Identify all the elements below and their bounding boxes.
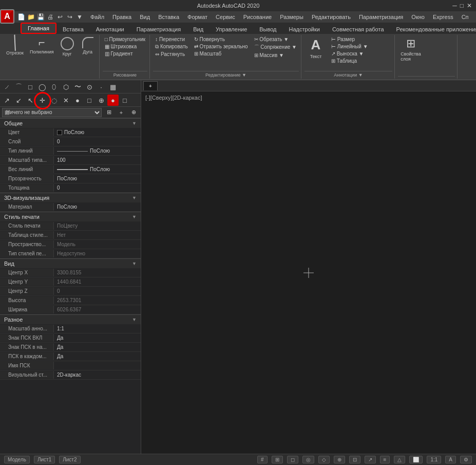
draw-tool-r9[interactable]: ● bbox=[107, 95, 119, 106]
prop-value-transparency[interactable]: ПоСлою bbox=[54, 175, 141, 182]
tab-annotations[interactable]: Аннотации bbox=[90, 25, 130, 34]
status-lweight[interactable]: ≡ bbox=[380, 456, 390, 463]
draw-tool-r1[interactable]: ↗ bbox=[1, 95, 12, 106]
draw-tool-r11[interactable]: ▤ bbox=[1, 106, 12, 118]
ribbon-btn-scale[interactable]: ⊞ Масштаб bbox=[192, 50, 250, 57]
status-dynin[interactable]: ↗ bbox=[365, 456, 376, 463]
draw-tool-3[interactable]: □ bbox=[25, 81, 36, 92]
draw-tool-r3[interactable]: ↖ bbox=[25, 95, 36, 106]
qa-redo[interactable]: ↪ bbox=[65, 12, 74, 22]
tab-collab[interactable]: Совместная работа bbox=[326, 25, 390, 34]
draw-tool-4[interactable]: ◯ bbox=[36, 81, 48, 92]
tab-manage[interactable]: Управление bbox=[210, 25, 253, 34]
status-ws[interactable]: ⚙ bbox=[460, 456, 472, 463]
qa-dropdown[interactable]: ▼ bbox=[75, 12, 84, 22]
ribbon-btn-rotate[interactable]: ↻ Повернуть bbox=[192, 36, 250, 43]
status-layout2[interactable]: Лист2 bbox=[59, 456, 80, 463]
tab-parametrize[interactable]: Параметризация bbox=[130, 25, 187, 34]
draw-tool-1[interactable]: ⟋ bbox=[1, 81, 12, 92]
app-button[interactable]: A bbox=[0, 9, 14, 24]
prop-value-ucsiconorigin[interactable]: Да bbox=[54, 343, 141, 351]
qa-new[interactable]: 📄 bbox=[16, 12, 26, 22]
prop-value-ucsname[interactable] bbox=[54, 365, 141, 367]
ribbon-btn-arc[interactable]: Дуга bbox=[79, 36, 97, 55]
status-layout1[interactable]: Лист1 bbox=[34, 456, 55, 463]
ribbon-btn-move[interactable]: ↕ Перенести bbox=[153, 36, 190, 43]
tab-insert[interactable]: Вставка bbox=[56, 25, 90, 34]
prop-value-linetype[interactable]: ПоСлою bbox=[54, 147, 141, 155]
ribbon-btn-leader[interactable]: ↗ Выноска ▼ bbox=[329, 50, 370, 57]
prop-value-annoscale[interactable]: 1:1 bbox=[54, 325, 141, 332]
menu-more[interactable]: Сп bbox=[458, 13, 473, 21]
ribbon-btn-gradient[interactable]: ▥ Градиент bbox=[103, 50, 135, 57]
status-polar[interactable]: ◎ bbox=[302, 456, 314, 463]
ribbon-btn-array[interactable]: ⊞ Массив ▼ bbox=[252, 52, 299, 59]
prop-btn-3[interactable]: ⊕ bbox=[128, 108, 139, 117]
ribbon-btn-rect[interactable]: □ Прямоугольник bbox=[103, 36, 148, 43]
status-snap[interactable]: # bbox=[257, 456, 268, 463]
draw-tool-r8[interactable]: ⊕ bbox=[96, 95, 107, 106]
section-3d-header[interactable]: 3D-визуализация ▼ bbox=[0, 193, 141, 202]
ribbon-btn-fillet[interactable]: ⌒ Сопряжение ▼ bbox=[252, 43, 299, 51]
viewport[interactable]: + [-][Сверху][2D-каркас] bbox=[141, 80, 476, 454]
draw-tool-move[interactable]: ✛ bbox=[36, 95, 48, 106]
section-print-header[interactable]: Стиль печати ▼ bbox=[0, 212, 141, 221]
prop-value-lineweight[interactable]: ПоСлою bbox=[54, 165, 141, 173]
menu-file[interactable]: Файл bbox=[86, 13, 108, 21]
status-anno[interactable]: A bbox=[445, 456, 456, 463]
menu-dimensions[interactable]: Размеры bbox=[276, 13, 308, 21]
prop-btn-2[interactable]: + bbox=[116, 108, 126, 117]
ribbon-btn-mirror[interactable]: ⇄ Отразить зеркально bbox=[192, 43, 250, 50]
section-misc-header[interactable]: Разное ▼ bbox=[0, 314, 141, 324]
prop-value-thickness[interactable]: 0 bbox=[54, 184, 141, 192]
prop-value-ucspervp[interactable]: Да bbox=[54, 352, 141, 360]
draw-tool-polygon[interactable]: ⬡ bbox=[60, 81, 71, 92]
ribbon-btn-dimension[interactable]: ⊢ Размер bbox=[329, 36, 370, 43]
draw-tool-2[interactable]: ⌒ bbox=[13, 81, 24, 92]
draw-tool-r7[interactable]: □ bbox=[84, 95, 95, 106]
menu-express[interactable]: Express bbox=[429, 13, 458, 21]
viewport-canvas[interactable] bbox=[141, 91, 476, 454]
ribbon-btn-trim[interactable]: ✂ Обрезать ▼ bbox=[252, 36, 299, 43]
ribbon-btn-stretch[interactable]: ⇔ Растянуть bbox=[153, 51, 190, 58]
menu-draw[interactable]: Рисование bbox=[239, 13, 276, 21]
prop-value-layer[interactable]: 0 bbox=[54, 138, 141, 145]
menu-param[interactable]: Параметризация bbox=[355, 13, 407, 21]
ribbon-btn-layers[interactable]: ⊞ Свойстваслоя bbox=[398, 36, 424, 63]
menu-view[interactable]: Вид bbox=[136, 13, 154, 21]
ribbon-btn-linear[interactable]: ⊢ Линейный ▼ bbox=[329, 43, 370, 50]
status-qp[interactable]: ⬜ bbox=[409, 456, 423, 463]
object-selector[interactable]: Ничего не выбрано bbox=[2, 108, 102, 117]
prop-value-material[interactable]: ПоСлою bbox=[54, 203, 141, 211]
titlebar-window-controls[interactable]: ─ □ ✕ bbox=[452, 2, 472, 9]
prop-value-color[interactable]: ПоСлою bbox=[54, 128, 141, 136]
prop-btn-1[interactable]: ⊞ bbox=[104, 108, 114, 117]
menu-edit2[interactable]: Редактировать bbox=[308, 13, 355, 21]
status-ducs[interactable]: ⊡ bbox=[349, 456, 360, 463]
draw-tool-hatch[interactable]: ▦ bbox=[107, 81, 119, 92]
ribbon-btn-copy[interactable]: ⧉ Копировать bbox=[153, 43, 190, 50]
tab-view[interactable]: Вид bbox=[187, 25, 210, 34]
menu-service[interactable]: Сервис bbox=[212, 13, 239, 21]
status-otrack[interactable]: ⊕ bbox=[334, 456, 345, 463]
draw-tool-r4[interactable]: ◌ bbox=[48, 95, 60, 106]
ribbon-btn-table[interactable]: ⊞ Таблица bbox=[329, 58, 370, 64]
status-ortho[interactable]: ◻ bbox=[287, 456, 298, 463]
draw-tool-r2[interactable]: ↙ bbox=[13, 95, 24, 106]
draw-tool-point[interactable]: · bbox=[96, 81, 107, 92]
prop-value-linescale[interactable]: 100 bbox=[54, 156, 141, 164]
status-tpmode[interactable]: △ bbox=[394, 456, 405, 463]
maximize-icon[interactable]: □ bbox=[460, 2, 464, 9]
status-sc[interactable]: 1:1 bbox=[427, 456, 441, 463]
menu-insert[interactable]: Вставка bbox=[154, 13, 183, 21]
minimize-icon[interactable]: ─ bbox=[452, 2, 457, 9]
qa-print[interactable]: 🖨 bbox=[46, 12, 55, 22]
draw-tool-donut[interactable]: ⊙ bbox=[84, 81, 95, 92]
section-view-header[interactable]: Вид ▼ bbox=[0, 258, 141, 268]
tab-addons[interactable]: Надстройки bbox=[283, 25, 326, 34]
draw-tool-spline[interactable]: 〜 bbox=[72, 81, 83, 92]
prop-value-visualstyle[interactable]: 2D-каркас bbox=[54, 371, 141, 379]
close-icon[interactable]: ✕ bbox=[467, 2, 472, 9]
qa-undo[interactable]: ↩ bbox=[55, 12, 65, 22]
status-grid[interactable]: ⊞ bbox=[272, 456, 283, 463]
